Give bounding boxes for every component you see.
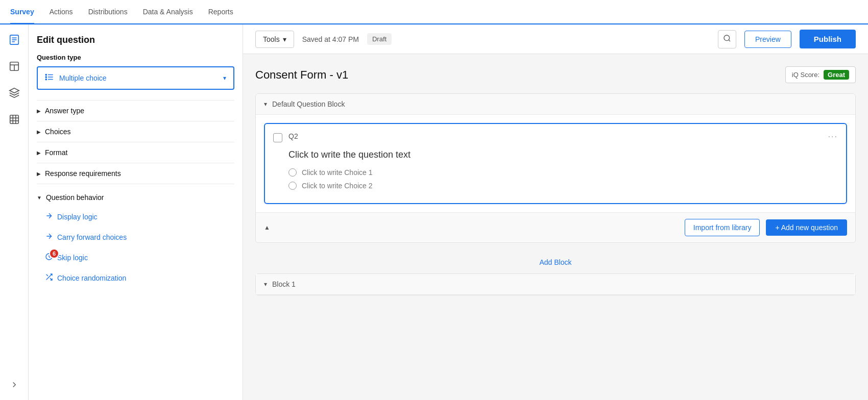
survey-title-row: Consent Form - v1 iQ Score: Great (255, 66, 856, 83)
section-label-response: Response requirements (45, 169, 121, 178)
question-checkbox[interactable] (273, 133, 282, 142)
question-type-dropdown[interactable]: Multiple choice ▾ (37, 66, 234, 90)
left-panel: Edit question Question type Multiple cho… (29, 24, 243, 400)
block2: ▾ Block 1 (255, 273, 856, 295)
draft-badge: Draft (367, 33, 392, 45)
nav-reports[interactable]: Reports (208, 1, 233, 24)
survey-title: Consent Form - v1 (255, 68, 348, 82)
block-footer: ▲ Import from library + Add new question (256, 212, 855, 242)
choice-item-1[interactable]: Click to write Choice 1 (288, 168, 838, 177)
icon-survey[interactable] (5, 31, 23, 49)
tools-chevron-icon: ▾ (283, 35, 286, 43)
svg-point-17 (45, 79, 46, 80)
block-title: Default Question Block (272, 100, 345, 108)
choice-randomization-label: Choice randomization (57, 274, 126, 282)
iq-score-container: iQ Score: Great (785, 66, 856, 83)
nav-actions[interactable]: Actions (50, 1, 73, 24)
survey-content: Consent Form - v1 iQ Score: Great ▾ Defa… (243, 54, 868, 400)
question-header: Q2 ··· (273, 132, 838, 142)
choice-label-2: Click to write Choice 2 (302, 182, 373, 190)
add-block-row: Add Block (255, 251, 856, 273)
nav-survey[interactable]: Survey (10, 1, 34, 24)
choice-label-1: Click to write Choice 1 (302, 168, 373, 177)
section-arrow-response: ▶ (37, 171, 41, 177)
choice-radio-1 (288, 168, 297, 177)
block2-title: Block 1 (272, 280, 296, 288)
question-type-value: Multiple choice (59, 74, 218, 82)
svg-point-18 (724, 35, 730, 41)
section-choices[interactable]: ▶ Choices (37, 121, 234, 142)
choice-randomization-item[interactable]: Choice randomization (37, 268, 234, 288)
section-label-format: Format (45, 148, 67, 157)
section-format[interactable]: ▶ Format (37, 142, 234, 163)
question-type-label: Question type (37, 54, 234, 61)
svg-rect-7 (10, 115, 18, 124)
content-area: Tools ▾ Saved at 4:07 PM Draft Preview P… (243, 24, 868, 400)
import-library-button[interactable]: Import from library (685, 219, 760, 236)
iq-score-badge: Great (824, 70, 849, 80)
icon-style[interactable] (5, 84, 23, 102)
add-question-button[interactable]: + Add new question (766, 219, 847, 236)
display-logic-icon (45, 212, 53, 222)
icon-layout[interactable] (5, 57, 23, 76)
panel-title: Edit question (37, 35, 234, 45)
icon-chart[interactable] (5, 110, 23, 129)
saved-status: Saved at 4:07 PM (302, 35, 359, 43)
top-nav: Survey Actions Distributions Data & Anal… (0, 0, 868, 24)
skip-logic-badge: 6 (49, 248, 59, 259)
iq-score-label: iQ Score: (792, 71, 819, 79)
behavior-section: ▼ Question behavior Display logic Carry … (37, 184, 234, 288)
section-label-answer: Answer type (45, 107, 84, 115)
skip-logic-item[interactable]: 6 Skip logic (37, 247, 234, 268)
chevron-down-icon: ▾ (223, 74, 226, 82)
search-icon (723, 34, 731, 44)
default-question-block: ▾ Default Question Block Q2 ··· Click to… (255, 93, 856, 243)
toolbar: Tools ▾ Saved at 4:07 PM Draft Preview P… (243, 24, 868, 54)
carry-forward-icon (45, 232, 53, 242)
behavior-toggle[interactable]: ▼ Question behavior (37, 190, 234, 207)
tools-button[interactable]: Tools ▾ (255, 31, 294, 48)
display-logic-item[interactable]: Display logic (37, 207, 234, 227)
carry-forward-label: Carry forward choices (57, 233, 127, 241)
block-footer-arrow-icon[interactable]: ▲ (264, 224, 270, 231)
section-arrow-format: ▶ (37, 150, 41, 156)
skip-logic-icon: 6 (45, 253, 53, 263)
nav-distributions[interactable]: Distributions (88, 1, 128, 24)
add-block-link[interactable]: Add Block (539, 258, 571, 266)
nav-data-analysis[interactable]: Data & Analysis (143, 1, 193, 24)
behavior-label-text: Question behavior (46, 193, 104, 202)
behavior-arrow: ▼ (37, 195, 42, 201)
icon-expand[interactable] (5, 376, 23, 394)
question-id: Q2 (288, 132, 822, 140)
choice-randomization-icon (45, 273, 53, 283)
svg-point-16 (45, 77, 46, 78)
publish-button[interactable]: Publish (800, 30, 856, 48)
block-header: ▾ Default Question Block (256, 94, 855, 115)
section-arrow-answer: ▶ (37, 108, 41, 114)
tools-label: Tools (263, 35, 280, 43)
section-response-req[interactable]: ▶ Response requirements (37, 163, 234, 184)
search-button[interactable] (718, 30, 736, 48)
list-icon (45, 72, 54, 84)
preview-button[interactable]: Preview (744, 31, 791, 48)
section-arrow-choices: ▶ (37, 129, 41, 135)
question-text[interactable]: Click to write the question text (288, 149, 838, 160)
skip-logic-label: Skip logic (57, 254, 88, 262)
svg-line-19 (729, 40, 730, 41)
question-options-icon[interactable]: ··· (828, 132, 838, 141)
block-collapse-icon[interactable]: ▾ (264, 101, 267, 108)
carry-forward-item[interactable]: Carry forward choices (37, 227, 234, 247)
icon-bar (0, 24, 29, 400)
main-layout: Edit question Question type Multiple cho… (0, 24, 868, 400)
block2-collapse-icon[interactable]: ▾ (264, 281, 267, 288)
choice-item-2[interactable]: Click to write Choice 2 (288, 182, 838, 190)
display-logic-label: Display logic (57, 213, 98, 221)
section-answer-type[interactable]: ▶ Answer type (37, 100, 234, 121)
question-card-q2[interactable]: Q2 ··· Click to write the question text … (264, 123, 847, 204)
svg-point-15 (45, 74, 46, 75)
choice-radio-2 (288, 182, 297, 190)
section-label-choices: Choices (45, 128, 71, 136)
block2-header: ▾ Block 1 (256, 274, 855, 295)
